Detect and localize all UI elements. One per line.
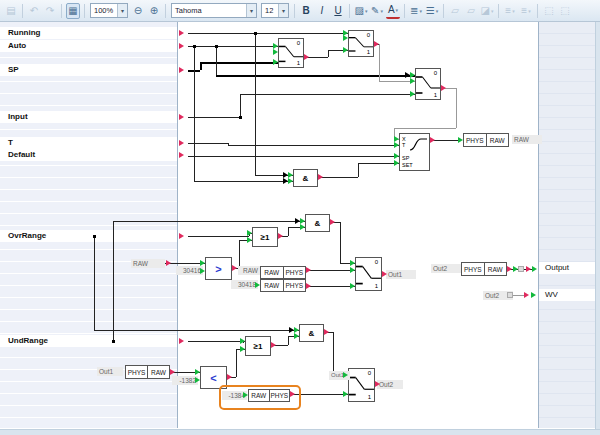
terminal-running[interactable]: Running xyxy=(0,27,177,39)
font-color-icon[interactable]: A▾ xyxy=(386,3,400,19)
net-tag-out2[interactable]: Out2 xyxy=(431,264,461,273)
zoom-level-combo[interactable]: 100% ▾ xyxy=(90,3,128,18)
terminal-ovrrange[interactable]: OvrRange xyxy=(0,230,177,242)
greater-than-block[interactable]: > xyxy=(205,257,232,280)
wire-segment[interactable] xyxy=(288,336,289,345)
ramp-block[interactable]: X T SP SET xyxy=(399,133,430,171)
wire-segment[interactable] xyxy=(188,156,399,157)
selector-switch-block[interactable]: 0 1 xyxy=(415,68,441,100)
wire-segment[interactable] xyxy=(340,222,341,263)
undo-icon[interactable]: ↶ xyxy=(27,3,41,19)
net-tag-raw[interactable]: RAW xyxy=(238,266,260,275)
and-gate-block[interactable]: & xyxy=(293,169,318,187)
selector-switch-block[interactable]: 0 1 xyxy=(355,257,382,291)
terminal-sp[interactable]: SP xyxy=(0,64,177,76)
selector-switch-block[interactable]: 0 1 xyxy=(278,38,304,68)
bring-forward-icon[interactable]: ▱ xyxy=(448,3,462,19)
wire-segment[interactable] xyxy=(188,46,278,47)
bold-button[interactable]: B xyxy=(299,3,313,19)
chevron-down-icon[interactable]: ▾ xyxy=(396,7,399,13)
and-gate-block[interactable]: & xyxy=(299,324,324,342)
wire-segment[interactable] xyxy=(318,177,358,178)
net-tag-out2[interactable]: Out2 xyxy=(377,380,403,389)
font-size-combo[interactable]: 12 ▾ xyxy=(261,3,289,18)
rotate-icon[interactable]: ◪▾ xyxy=(480,3,494,19)
wire-segment[interactable] xyxy=(358,163,359,177)
wire-segment[interactable] xyxy=(240,94,415,95)
chevron-down-icon[interactable]: ▾ xyxy=(512,8,515,14)
wire-segment[interactable] xyxy=(228,143,229,145)
wire-segment[interactable] xyxy=(236,349,237,377)
wire-segment[interactable] xyxy=(239,240,240,268)
terminal-undrange[interactable]: UndRange xyxy=(0,335,177,347)
zoom-in-icon[interactable]: ⊕ xyxy=(147,3,161,19)
raw-phys-converter[interactable]: RAWPHYS xyxy=(260,279,306,292)
wire-segment[interactable] xyxy=(188,236,249,237)
wire-segment[interactable] xyxy=(194,46,195,181)
net-tag-out1[interactable]: Out1 xyxy=(386,270,416,279)
chevron-down-icon[interactable]: ▾ xyxy=(365,8,368,14)
terminal-input[interactable]: Input xyxy=(0,111,177,123)
or-gate-block[interactable]: ≥1 xyxy=(252,227,278,247)
wire-segment[interactable] xyxy=(255,33,256,175)
terminal-t[interactable]: T xyxy=(0,137,177,149)
fill-color-icon[interactable]: ▨▾ xyxy=(354,3,368,19)
vertical-scrollbar[interactable] xyxy=(595,22,600,429)
phys-raw-converter[interactable]: PHYSRAW xyxy=(463,133,509,147)
wire-segment[interactable] xyxy=(240,94,241,117)
chevron-down-icon[interactable]: ▾ xyxy=(419,8,422,14)
wire-segment[interactable] xyxy=(94,236,95,330)
selector-switch-block[interactable]: 0 1 xyxy=(348,368,375,402)
wire-segment[interactable] xyxy=(113,221,114,341)
phys-raw-converter[interactable]: PHYSRAW xyxy=(125,365,170,379)
wire-segment[interactable] xyxy=(358,163,399,164)
net-tag-raw[interactable]: RAW xyxy=(512,135,542,144)
align-horizontal-icon[interactable]: ≡▾ xyxy=(503,3,517,19)
terminal-output[interactable]: Output xyxy=(539,262,595,274)
net-tag-out1[interactable]: Out1 xyxy=(97,367,123,376)
zoom-out-icon[interactable]: ⊖ xyxy=(131,3,145,19)
redo-icon[interactable]: ↷ xyxy=(43,3,57,19)
terminal-default[interactable]: Default xyxy=(0,149,177,161)
wire-segment[interactable] xyxy=(188,33,348,34)
font-family-combo[interactable]: Tahoma ▾ xyxy=(171,3,257,18)
grid-toggle-icon[interactable]: ▦ xyxy=(66,3,80,19)
wire-segment[interactable] xyxy=(333,332,334,375)
chevron-down-icon[interactable]: ▾ xyxy=(491,8,494,14)
chevron-down-icon[interactable]: ▾ xyxy=(436,8,439,14)
wire-segment[interactable] xyxy=(94,330,299,331)
wire-segment[interactable] xyxy=(216,46,217,75)
chevron-down-icon[interactable]: ▾ xyxy=(117,4,127,17)
group-icon[interactable]: ⬚ xyxy=(542,3,556,19)
wire-segment[interactable] xyxy=(216,75,415,77)
terminal-auto[interactable]: Auto xyxy=(0,40,177,52)
wire-segment[interactable] xyxy=(306,286,355,287)
wire-segment[interactable] xyxy=(188,341,245,342)
chevron-down-icon[interactable]: ▾ xyxy=(246,4,256,17)
wire-segment[interactable] xyxy=(228,145,399,146)
const-tag-30416[interactable]: 30416 xyxy=(176,266,203,275)
wire-segment[interactable] xyxy=(194,181,293,182)
horizontal-scrollbar[interactable] xyxy=(0,429,600,435)
wire-segment[interactable] xyxy=(188,117,240,118)
save-icon[interactable]: ▤ xyxy=(4,3,18,19)
wire-segment[interactable] xyxy=(456,88,457,128)
phys-raw-converter[interactable]: PHYSRAW xyxy=(461,262,507,276)
wire-segment[interactable] xyxy=(288,227,289,236)
wire-segment[interactable] xyxy=(328,50,329,57)
italic-button[interactable]: I xyxy=(315,3,329,19)
raw-phys-converter[interactable]: RAWPHYS xyxy=(260,266,306,279)
wire-segment[interactable] xyxy=(113,221,305,222)
wire-segment[interactable] xyxy=(200,62,202,70)
ungroup-icon[interactable]: ⬚ xyxy=(558,3,572,19)
send-backward-icon[interactable]: ▱ xyxy=(464,3,478,19)
underline-button[interactable]: U xyxy=(331,3,345,19)
selector-switch-block[interactable]: 0 1 xyxy=(348,30,374,57)
line-width-icon[interactable]: ☰▾ xyxy=(425,3,439,19)
wire-segment[interactable] xyxy=(200,62,278,64)
line-color-icon[interactable]: ✎▾ xyxy=(370,3,384,19)
const-tag-30418[interactable]: 30418 xyxy=(231,280,258,289)
net-tag-raw[interactable]: RAW xyxy=(131,259,165,268)
terminal-wv[interactable]: WV xyxy=(539,289,595,301)
wire-segment[interactable] xyxy=(394,128,456,129)
